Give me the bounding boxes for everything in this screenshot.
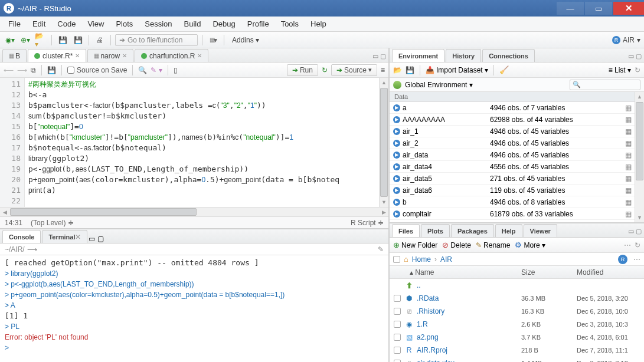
forward-icon[interactable]: ⟶ — [17, 66, 27, 74]
compile-report-icon[interactable]: ▯ — [174, 66, 178, 74]
env-row[interactable]: ▶AAAAAAAAA62988 obs. of 44 variables▦ — [390, 114, 635, 126]
menu-build[interactable]: Build — [179, 18, 206, 30]
env-row[interactable]: ▶air_24946 obs. of 45 variables▦ — [390, 137, 635, 149]
files-tab[interactable]: Packages — [451, 224, 494, 237]
go-to-file-input[interactable]: ➜Go to file/function — [115, 34, 198, 46]
editor-vertical-scrollbar[interactable]: ▲▼ — [379, 78, 388, 207]
crumb-home[interactable]: Home — [412, 255, 431, 264]
addins-menu[interactable]: Addins ▾ — [228, 35, 263, 45]
menu-debug[interactable]: Debug — [208, 18, 240, 30]
home-icon[interactable]: ⌂ — [404, 255, 408, 264]
clear-workspace-icon[interactable]: 🧹 — [499, 65, 509, 74]
menu-help[interactable]: Help — [306, 18, 331, 30]
menu-session[interactable]: Session — [140, 18, 176, 30]
select-all-check[interactable] — [393, 256, 400, 263]
project-switcher[interactable]: R AIR ▾ — [612, 36, 640, 44]
console-output[interactable]: [ reached getOption("max.print") -- omit… — [0, 255, 388, 362]
clear-console-icon[interactable]: ✎ — [378, 245, 384, 254]
expand-icon[interactable]: ▶ — [393, 116, 400, 123]
env-scope-selector[interactable]: Global Environment ▾ — [405, 81, 473, 89]
view-data-icon[interactable]: ▦ — [622, 104, 635, 112]
code-tools-icon[interactable]: ✎ ▾ — [151, 66, 162, 74]
menu-file[interactable]: File — [4, 18, 25, 30]
env-tab[interactable]: Connections — [482, 49, 535, 62]
file-row[interactable]: RAIR.Rproj218 BDec 7, 2018, 11:1 — [390, 344, 644, 357]
console-tab[interactable]: Terminal ✕ — [42, 230, 87, 243]
env-row[interactable]: ▶air_data6119 obs. of 45 variables▦ — [390, 185, 635, 196]
file-checkbox[interactable] — [394, 295, 401, 302]
menu-code[interactable]: Code — [53, 18, 80, 30]
find-replace-icon[interactable]: 🔍 — [138, 66, 147, 74]
refresh-env-icon[interactable]: ↻ — [635, 66, 640, 74]
source-on-save-check[interactable]: Source on Save — [67, 66, 127, 74]
outline-icon[interactable]: ≡ — [381, 66, 385, 74]
save-workspace-icon[interactable]: 💾 — [406, 66, 414, 74]
env-tab[interactable]: History — [446, 49, 481, 62]
expand-icon[interactable]: ▶ — [393, 210, 400, 218]
editor-tab[interactable]: cluster.R*✕ — [28, 49, 86, 62]
view-data-icon[interactable]: ▦ — [622, 198, 635, 206]
env-vertical-scrollbar[interactable]: ▲▼ — [635, 92, 644, 222]
editor-tab[interactable]: charfunction.R✕ — [135, 49, 208, 62]
expand-icon[interactable]: ▶ — [393, 163, 400, 170]
files-tab[interactable]: Viewer — [524, 224, 557, 237]
menu-tools[interactable]: Tools — [276, 18, 303, 30]
files-dots-icon[interactable]: ⋯ — [624, 241, 631, 249]
files-tab[interactable]: Help — [495, 224, 522, 237]
env-row[interactable]: ▶b4946 obs. of 8 variables▦ — [390, 196, 635, 208]
console-tab[interactable]: Console — [2, 230, 41, 243]
save-button[interactable]: 💾 — [56, 34, 69, 46]
file-row[interactable]: ⬢.RData36.3 MBDec 5, 2018, 3:20 — [390, 292, 644, 305]
file-checkbox[interactable] — [394, 321, 401, 328]
back-icon[interactable]: ⟵ — [4, 66, 14, 74]
print-button[interactable]: 🖨 — [93, 34, 106, 46]
close-tab-icon[interactable]: ✕ — [122, 52, 127, 59]
view-data-icon[interactable]: ▦ — [622, 151, 635, 159]
import-dataset-button[interactable]: 📥 Import Dataset ▾ — [426, 66, 488, 74]
crumb-air[interactable]: AIR — [440, 255, 452, 264]
pane-window-controls[interactable]: ▭ ▢ — [628, 52, 642, 62]
scope-selector[interactable]: (Top Level) ≑ — [31, 219, 74, 227]
menu-profile[interactable]: Profile — [243, 18, 274, 30]
expand-icon[interactable]: ▶ — [393, 152, 400, 159]
expand-icon[interactable]: ▶ — [393, 104, 400, 111]
env-row[interactable]: ▶air_data5271 obs. of 45 variables▦ — [390, 173, 635, 185]
source-button[interactable]: ➔Source ▾ — [331, 64, 377, 76]
re-run-icon[interactable]: ↻ — [322, 66, 328, 74]
pane-window-controls[interactable]: ▭ ▢ — [372, 52, 386, 62]
editor-horizontal-scrollbar[interactable]: ◀▶ — [0, 207, 388, 216]
load-workspace-icon[interactable]: 📂 — [393, 66, 402, 74]
view-data-icon[interactable]: ▦ — [622, 127, 635, 136]
file-checkbox[interactable] — [394, 360, 401, 362]
files-tab[interactable]: Plots — [421, 224, 450, 237]
menu-edit[interactable]: Edit — [28, 18, 50, 30]
editor-tab[interactable]: ▦narow✕ — [87, 49, 133, 62]
file-checkbox[interactable] — [394, 308, 401, 315]
expand-icon[interactable]: ▶ — [393, 187, 400, 194]
env-tab[interactable]: Environment — [392, 49, 444, 62]
menu-plots[interactable]: Plots — [111, 18, 138, 30]
file-row[interactable]: ⬆.. — [390, 279, 644, 292]
view-data-icon[interactable]: ▦ — [622, 163, 635, 171]
refresh-files-icon[interactable]: ↻ — [635, 241, 640, 249]
editor-tab[interactable]: ▦B — [2, 49, 27, 62]
view-data-icon[interactable]: ▦ — [622, 210, 635, 218]
env-row[interactable]: ▶a4946 obs. of 7 variables▦ — [390, 102, 635, 114]
save-all-button[interactable]: 💾 — [71, 34, 84, 46]
file-checkbox[interactable] — [394, 347, 401, 354]
save-file-icon[interactable]: 💾 — [47, 66, 56, 74]
file-row[interactable]: ▯air data.xlsx1.4 MBDec 3, 2018, 3:12 — [390, 357, 644, 362]
expand-icon[interactable]: ▶ — [393, 140, 400, 147]
env-view-mode[interactable]: ≡ List ▾ — [609, 66, 631, 74]
file-row[interactable]: ▧a2.png3.7 KBDec 4, 2018, 6:01 — [390, 331, 644, 344]
file-row[interactable]: ◉1.R2.6 KBDec 3, 2018, 10:3 — [390, 318, 644, 331]
rename-file-button[interactable]: ✎Rename — [476, 241, 510, 249]
files-tab[interactable]: Files — [392, 224, 420, 237]
code-editor[interactable]: 11 12 13 14 15 16 17 18 19 20 21 22 #两种聚… — [0, 78, 388, 207]
new-file-button[interactable]: ◉▾ — [4, 34, 17, 46]
pane-window-controls[interactable]: ▭ ▢ — [89, 235, 103, 243]
code-body[interactable]: #两种聚类差异可视化 b<-a b$pamcluster<-factor(b$p… — [25, 78, 379, 207]
browse-dir-icon[interactable]: ⟶ — [27, 245, 37, 254]
language-selector[interactable]: R Script ≑ — [351, 219, 384, 227]
grid-button[interactable]: ▦ ▾ — [207, 34, 220, 46]
